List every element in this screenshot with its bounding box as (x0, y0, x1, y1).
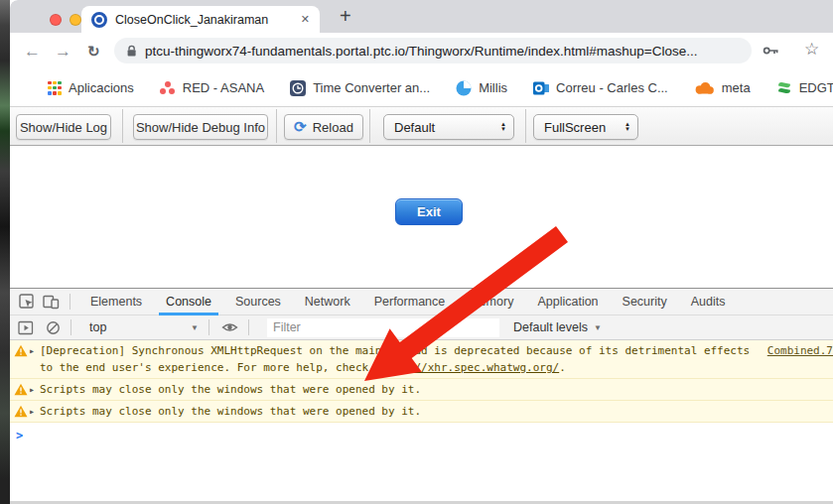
devtools-panel: Elements Console Sources Network Perform… (10, 288, 833, 504)
close-window-button[interactable] (50, 14, 62, 26)
bookmark-label: meta (722, 80, 751, 95)
screen-select[interactable]: FullScreen ▲▼ (533, 114, 638, 140)
bookmark-time-converter[interactable]: Time Converter an... (290, 80, 430, 96)
console-prompt[interactable]: > (10, 423, 833, 444)
console-message-text: Scripts may close only the windows that … (40, 381, 761, 398)
inspect-element-icon[interactable] (19, 294, 35, 310)
bookmark-correu[interactable]: Correu - Carles C... (533, 80, 668, 96)
background-window-edge (0, 0, 10, 504)
address-bar[interactable]: ptcu-thingworx74-fundamentals.portal.ptc… (114, 38, 752, 63)
log-levels-dropdown[interactable]: Default levels ▼ (513, 320, 602, 334)
green-stack-icon (776, 80, 792, 96)
button-label: Show/Hide Log (20, 120, 107, 135)
disclosure-triangle-icon[interactable]: ▸ (29, 342, 35, 359)
console-warning-row[interactable]: ▸ [Deprecation] Synchronous XMLHttpReque… (10, 340, 833, 379)
toolbar-divider (276, 109, 277, 143)
close-tab-icon[interactable]: ✕ (301, 13, 310, 26)
select-stepper-icon: ▲▼ (625, 122, 630, 132)
chevron-down-icon: ▼ (594, 323, 602, 332)
refresh-icon: ⟳ (294, 118, 307, 136)
console-warning-row[interactable]: ▸ Scripts may close only the windows tha… (10, 401, 833, 423)
filter-input[interactable] (267, 318, 499, 337)
tab-title: CloseOnClick_Janakiraman (115, 13, 293, 27)
lock-icon (126, 45, 137, 58)
console-messages: ▸ [Deprecation] Synchronous XMLHttpReque… (10, 340, 833, 444)
console-sidebar-toggle-icon[interactable] (18, 320, 34, 335)
eye-icon[interactable] (221, 320, 238, 334)
spec-link[interactable]: https://xhr.spec.whatwg.org/ (375, 361, 559, 374)
bookmark-star-icon[interactable]: ☆ (804, 41, 819, 58)
devtools-tabbar: Elements Console Sources Network Perform… (10, 288, 833, 315)
select-value: Default (394, 120, 435, 135)
tab-elements[interactable]: Elements (78, 289, 154, 315)
disclosure-triangle-icon[interactable]: ▸ (29, 403, 35, 420)
reload-icon[interactable]: ↻ (87, 44, 100, 59)
screenshot-root: CloseOnClick_Janakiraman ✕ + ← → ↻ ptcu-… (0, 0, 833, 504)
mashup-reload-button[interactable]: ⟳ Reload (284, 114, 363, 140)
toolbar-divider (122, 109, 123, 143)
toolbar-divider (208, 319, 209, 335)
bookmark-label: Correu - Carles C... (556, 80, 668, 95)
clear-console-icon[interactable] (46, 320, 61, 335)
minimize-window-button[interactable] (69, 14, 81, 26)
outlook-icon (533, 80, 549, 96)
toolbar-divider (70, 319, 71, 335)
toolbar-divider (525, 109, 526, 143)
warning-icon (14, 405, 28, 418)
console-message-text: [Deprecation] Synchronous XMLHttpRequest… (40, 342, 760, 376)
button-label: Reload (313, 120, 353, 135)
tab-application[interactable]: Application (525, 289, 610, 315)
context-value: top (89, 320, 106, 334)
pie-clock-icon (456, 80, 472, 96)
master-select[interactable]: Default ▲▼ (383, 114, 514, 140)
tab-performance[interactable]: Performance (362, 289, 458, 315)
select-value: FullScreen (544, 120, 606, 135)
asana-icon (160, 80, 176, 96)
clock-icon (290, 80, 306, 96)
toolbar-divider (69, 294, 70, 310)
mashup-page: Exit (10, 146, 833, 288)
mashup-toolbar: Show/Hide Log Show/Hide Debug Info ⟳ Rel… (10, 106, 833, 146)
console-message-text: Scripts may close only the windows that … (40, 403, 761, 420)
prompt-chevron-icon: > (16, 429, 23, 442)
bookmark-asana[interactable]: RED - ASANA (160, 80, 264, 96)
bookmark-label: Millis (479, 80, 507, 95)
toolbar-divider (369, 109, 370, 143)
tab-security[interactable]: Security (611, 289, 679, 315)
device-toolbar-icon[interactable] (43, 294, 60, 310)
forward-icon[interactable]: → (55, 43, 71, 60)
show-hide-debug-button[interactable]: Show/Hide Debug Info (133, 114, 268, 140)
tab-sources[interactable]: Sources (223, 289, 293, 315)
bookmark-aplicacions[interactable]: Aplicacions (48, 80, 134, 95)
console-toolbar: top ▼ Default levels ▼ (10, 315, 833, 340)
bookmark-label: RED - ASANA (183, 80, 264, 95)
back-icon[interactable]: ← (24, 43, 41, 60)
new-tab-button[interactable]: + (340, 2, 351, 31)
bookmarks-bar: Aplicacions RED - ASANA Time Converter a… (10, 69, 833, 106)
browser-tab[interactable]: CloseOnClick_Janakiraman ✕ (81, 6, 320, 33)
bookmark-edgt-doc[interactable]: EDGT Doc (776, 80, 833, 96)
show-hide-log-button[interactable]: Show/Hide Log (16, 114, 111, 140)
toolbar-divider (248, 319, 249, 335)
bookmark-label: Time Converter an... (313, 80, 430, 95)
console-source-link[interactable]: Combined.7 (760, 342, 833, 359)
address-toolbar: ← → ↻ ptcu-thingworx74-fundamentals.port… (10, 33, 833, 69)
disclosure-triangle-icon[interactable]: ▸ (29, 381, 35, 398)
warning-icon (14, 383, 28, 396)
bookmark-label: EDGT Doc (799, 80, 833, 95)
url-text: ptcu-thingworx74-fundamentals.portal.ptc… (145, 44, 697, 59)
tab-network[interactable]: Network (293, 289, 362, 315)
chevron-down-icon: ▼ (191, 323, 199, 332)
tab-console[interactable]: Console (154, 289, 223, 315)
exit-button-label: Exit (417, 204, 441, 219)
bookmark-millis[interactable]: Millis (456, 80, 507, 96)
tab-audits[interactable]: Audits (679, 289, 738, 315)
thingworx-favicon-icon (91, 12, 107, 28)
tab-memory[interactable]: Memory (457, 289, 525, 315)
execution-context-selector[interactable]: top ▼ (79, 320, 207, 334)
console-warning-row[interactable]: ▸ Scripts may close only the windows tha… (10, 379, 833, 401)
exit-button[interactable]: Exit (395, 198, 463, 225)
cloudflare-cloud-icon (694, 80, 715, 96)
password-key-icon[interactable] (763, 43, 779, 59)
bookmark-meta[interactable]: meta (694, 80, 751, 96)
